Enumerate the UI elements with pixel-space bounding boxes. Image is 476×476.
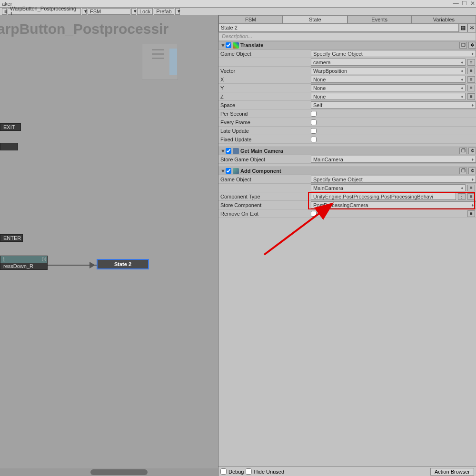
fsm-dropdown-arrow[interactable]: ▾ xyxy=(131,8,136,15)
options-icon[interactable]: ≡ xyxy=(467,68,475,74)
options-icon[interactable]: ≡ xyxy=(467,85,475,91)
field-y[interactable]: None♦ xyxy=(311,84,466,91)
node-state1-event: ressDown_R xyxy=(3,263,44,269)
label-vector: Vector xyxy=(220,68,309,74)
field-game-object[interactable]: Specify Game Object♦ xyxy=(311,176,476,183)
action-title: Translate xyxy=(240,42,458,48)
checkbox-per-second[interactable] xyxy=(311,111,317,117)
window-controls[interactable]: ― ☐ ✕ xyxy=(453,0,475,7)
object-dropdown-arrow[interactable]: ▾ xyxy=(82,8,87,15)
options-icon[interactable]: ≡ xyxy=(467,193,475,200)
object-dropdown[interactable]: WarpButton_Postprocessing 1 xyxy=(8,8,81,15)
label-per-second: Per Second xyxy=(220,111,309,117)
inspector-empty-area[interactable] xyxy=(218,218,476,466)
minimap-active xyxy=(169,49,177,75)
inspector-bottom-bar: Debug Hide Unused Action Browser xyxy=(218,466,476,476)
scrollbar-thumb[interactable] xyxy=(90,469,148,475)
hide-unused-label: Hide Unused xyxy=(254,469,284,475)
connection-arrow-icon xyxy=(89,262,95,268)
action-header-translate[interactable]: ▼ Translate ❐ ✲ xyxy=(218,41,476,50)
debug-checkbox[interactable] xyxy=(220,468,227,475)
label-game-object: Game Object xyxy=(220,51,309,57)
tab-fsm[interactable]: FSM xyxy=(218,15,283,23)
label-store-component: Store Component xyxy=(220,202,309,208)
label-remove-on-exit: Remove On Exit xyxy=(220,211,309,217)
checkbox-fixed-update[interactable] xyxy=(311,137,317,142)
inspector-tabs: FSM State Events Variables xyxy=(218,15,476,24)
options-icon[interactable]: ≡ xyxy=(467,59,475,66)
checkbox-remove-on-exit[interactable] xyxy=(311,211,317,217)
graph-canvas[interactable]: arpButton_Postprocessir EXIT ENTER 1 res… xyxy=(0,15,218,476)
label-z: Z xyxy=(220,94,309,99)
action-enabled-checkbox[interactable] xyxy=(226,168,231,174)
lock-button[interactable]: Lock xyxy=(137,8,153,15)
copy-icon[interactable]: ❐ xyxy=(459,168,467,174)
camera-icon xyxy=(233,148,239,154)
canvas-title: arpButton_Postprocessir xyxy=(0,21,169,37)
node-fragment-1[interactable] xyxy=(0,143,18,150)
node-exit[interactable]: EXIT xyxy=(0,123,21,131)
action-header-add-component[interactable]: ▼ Add Component ❐ ✲ xyxy=(218,167,476,175)
action-enabled-checkbox[interactable] xyxy=(226,42,231,48)
fsm-dropdown[interactable]: FSM xyxy=(88,8,130,15)
label-x: X xyxy=(220,77,309,82)
fold-icon[interactable]: ▼ xyxy=(220,42,224,48)
field-game-object-target[interactable]: MainCamera♦ xyxy=(311,184,466,191)
node-state2-selected[interactable]: State 2 xyxy=(97,259,149,269)
action-title: Get Main Camera xyxy=(240,148,458,154)
field-store-game-object[interactable]: MainCamera♦ xyxy=(311,156,476,163)
options-icon[interactable]: ≡ xyxy=(467,76,475,83)
debug-label: Debug xyxy=(228,469,244,475)
gear-icon[interactable]: ✲ xyxy=(468,168,476,174)
copy-icon[interactable]: ❐ xyxy=(459,42,467,49)
state-options-button[interactable]: ✲ xyxy=(467,24,476,32)
options-icon[interactable]: ≡ xyxy=(467,93,475,100)
label-fixed-update: Fixed Update xyxy=(220,137,309,142)
fold-icon[interactable]: ▼ xyxy=(220,168,224,174)
color-swatch-button[interactable]: ▦ xyxy=(459,24,467,32)
field-game-object[interactable]: Specify Game Object♦ xyxy=(311,50,476,57)
node-enter[interactable]: ENTER xyxy=(0,234,23,242)
label-late-update: Late Update xyxy=(220,128,309,134)
state-name-input[interactable]: State 2 xyxy=(218,24,459,32)
field-component-type[interactable]: UnityEngine.PostProcessing.PostProcessin… xyxy=(311,193,456,200)
action-header-get-main-camera[interactable]: ▼ Get Main Camera ❐ ✲ xyxy=(218,147,476,155)
label-component-type: Component Type xyxy=(220,194,309,199)
options-icon[interactable]: ≡ xyxy=(467,210,475,217)
checkbox-every-frame[interactable] xyxy=(311,119,317,125)
gear-icon[interactable]: ✲ xyxy=(468,148,476,154)
hide-unused-checkbox[interactable] xyxy=(246,468,252,475)
checkbox-late-update[interactable] xyxy=(311,128,317,134)
menu-icon[interactable]: ≡ xyxy=(2,8,7,15)
label-space: Space xyxy=(220,102,309,108)
top-toolbar: ≡ WarpButton_Postprocessing 1 ▾ FSM ▾ Lo… xyxy=(0,8,476,15)
description-input[interactable]: Description... xyxy=(218,32,476,41)
options-icon[interactable]: ≡ xyxy=(467,185,475,191)
tab-events[interactable]: Events xyxy=(347,15,412,23)
label-y: Y xyxy=(220,85,309,91)
component-icon xyxy=(233,168,239,174)
action-browser-button[interactable]: Action Browser xyxy=(430,468,474,476)
tab-state[interactable]: State xyxy=(283,15,347,23)
field-space[interactable]: Self♦ xyxy=(311,101,476,109)
prefab-dropdown-arrow[interactable]: ▾ xyxy=(175,8,180,15)
browse-icon[interactable]: ⋮ xyxy=(458,193,466,200)
gear-icon[interactable]: ✲ xyxy=(468,42,476,49)
field-vector[interactable]: WarpBposition♦ xyxy=(311,67,466,74)
label-game-object: Game Object xyxy=(220,177,309,182)
translate-icon xyxy=(233,42,239,49)
label-every-frame: Every Frame xyxy=(220,119,309,125)
field-x[interactable]: None♦ xyxy=(311,76,466,83)
node-state1-header: 1 xyxy=(0,256,47,263)
fold-icon[interactable]: ▼ xyxy=(220,148,224,154)
horizontal-scrollbar[interactable] xyxy=(0,468,218,476)
field-game-object-target[interactable]: camera♦ xyxy=(311,59,466,66)
tab-variables[interactable]: Variables xyxy=(412,15,476,23)
field-z[interactable]: None♦ xyxy=(311,93,466,100)
copy-icon[interactable]: ❐ xyxy=(459,148,467,154)
label-store-game-object: Store Game Object xyxy=(220,157,309,162)
field-store-component[interactable]: PostProcessingCamera♦ xyxy=(311,201,476,208)
prefab-button[interactable]: Prefab xyxy=(154,8,174,15)
action-enabled-checkbox[interactable] xyxy=(226,148,231,154)
node-state1[interactable]: 1 ressDown_R xyxy=(0,256,48,270)
